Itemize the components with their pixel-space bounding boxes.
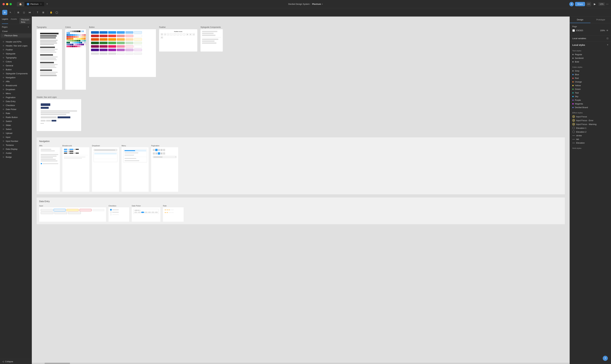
effect-item-stroke[interactable]: stroke [572,134,609,137]
layer-switch[interactable]: ⊞ Switch [0,119,32,123]
canvas-frame-styleguide-components[interactable]: Styleguide Components [200,26,223,52]
canvas-frame-affix[interactable]: Affix [39,145,60,192]
style-item-regular[interactable]: Regular [572,53,609,56]
local-variables-icon[interactable]: ⊡ [607,37,609,39]
zoom-indicator[interactable]: 12% [598,2,605,6]
layer-input-number[interactable]: ⊞ Input Number [0,139,32,143]
collapse-button[interactable]: ◁ Collapse [0,359,32,364]
effect-item-input-focus-error[interactable]: ✳ Input Focus - Error [572,118,609,122]
canvas-frame-typography[interactable]: Typography [37,26,62,90]
style-item-orange[interactable]: Orange [572,80,609,84]
move-tool-button[interactable]: ⊞ [2,10,7,15]
assets-tab[interactable]: Assets [11,18,17,24]
style-item-decibel-brand[interactable]: Decibel Brand [572,105,609,109]
style-item-blue[interactable]: Blue [572,73,609,76]
minimize-window-button[interactable] [6,3,8,5]
layer-textarea[interactable]: ⊞ Textarea [0,143,32,147]
layer-data-entry[interactable]: ⊞ Data Entry [0,99,32,103]
layer-date-picker[interactable]: ⊞ Date Picker [0,107,32,111]
comment-tool-button[interactable]: ◯ [54,10,59,15]
code-view-button[interactable]: </> [586,2,591,7]
maximize-window-button[interactable] [10,3,12,5]
layer-typography[interactable]: ⊞ Typography [0,56,32,60]
add-page-button[interactable]: + [27,26,30,28]
text-tool-button[interactable]: T [35,10,40,15]
effect-item-input-focus-warning[interactable]: ✳ Input Focus - Warning [572,122,609,126]
canvas-frame-dropdown[interactable]: Dropdown ▾ [92,145,119,192]
shape-tool-button[interactable]: ◻ [22,10,27,15]
layer-button[interactable]: ⊞ Button [0,68,32,72]
share-button[interactable]: Share [575,2,585,6]
avatar[interactable]: A [569,2,574,6]
layer-input[interactable]: ⊞ Input [0,135,32,139]
layer-styleguide-components[interactable]: ⊞ Styleguide Components [0,72,32,76]
layer-slider[interactable]: ⊞ Slider [0,123,32,127]
layer-navigation[interactable]: ⊞ Navigation [0,76,32,79]
component-tool-button[interactable]: ⋈ [27,10,32,15]
canvas-frame-checkbox[interactable]: Checkbox ✓ [108,205,129,222]
layer-header-nav-logos[interactable]: ⊞ Header, Nav and Logos [0,44,32,48]
effect-item-input-focus[interactable]: ✳ Input Focus [572,115,609,118]
hand-tool-button[interactable]: ✋ [49,10,54,15]
layer-colors[interactable]: ⊞ Colors [0,60,32,64]
style-item-grey[interactable]: Grey [572,69,609,73]
help-button[interactable]: ? [603,356,608,361]
layer-rate[interactable]: ⊞ Rate [0,111,32,115]
tab-close-button[interactable]: ✕ [40,3,42,5]
canvas-frame-colors[interactable]: Colors [65,26,86,90]
style-item-red[interactable]: Red [572,76,609,80]
style-item-teal[interactable]: Teal [572,91,609,95]
canvas-frame-pagination[interactable]: Pagination ‹ 1 2 3 › ‹ 1 2 [151,145,178,192]
effect-item-elevation[interactable]: Elevation [572,141,609,145]
canvas-frame-date-picker[interactable]: Date Picker ◁ 2021-01 ▷ [132,205,160,222]
layers-tab[interactable]: Layers [2,18,8,24]
canvas-frame-breadcrumb[interactable]: Breadcrumb [62,145,89,192]
style-item-purple[interactable]: Purple [572,98,609,102]
canvas-frame-feather[interactable]: Feather Feather Icons ☰ ✕ + − ↑ ↓ ← → ★ [159,26,197,52]
canvas-frame-header-nav[interactable]: Header, Nav and Logos [37,96,565,131]
layer-pagination[interactable]: ⊞ Pagination [0,95,32,99]
layer-general[interactable]: ⊞ General [0,64,32,68]
layer-styleguide[interactable]: ⊞ Styleguide [0,52,32,56]
layer-affix[interactable]: ⊞ Affix [0,79,32,83]
style-item-magenta[interactable]: Magenta [572,102,609,105]
canvas-frame-input[interactable]: Input [39,205,106,222]
layer-feather[interactable]: ⊞ Feather [0,48,32,52]
frame-tool-button[interactable]: ⊞ [16,10,21,15]
chevron-down-icon[interactable]: ▾ [322,3,323,5]
layer-avatar[interactable]: ⊞ Avatar [0,151,32,155]
more-options-button[interactable]: ··· [606,2,609,6]
page-visibility-toggle[interactable]: 👁 [606,29,609,32]
select-tool-button[interactable]: ↖ [8,10,13,15]
page-item-plectrum-beta[interactable]: ✓ Plectrum Beta [1,33,31,38]
canvas-scrollbar[interactable] [32,363,570,364]
layer-upload[interactable]: ⊞ Upload [0,131,32,135]
canvas-frame-button[interactable]: Button [89,26,156,77]
browser-home-tab[interactable]: 🏠 [17,2,24,6]
effect-item-elevation-2[interactable]: Elevation 2 [572,130,609,134]
canvas-frame-menu[interactable]: Menu [121,145,149,192]
effect-item-elevation-1[interactable]: Elevation 1 [572,126,609,130]
plectrum-beta-tab[interactable]: Plectrum Beta [19,18,31,24]
style-item-semibold[interactable]: Semibold [572,56,609,60]
layer-select[interactable]: ⊞ Select [0,127,32,131]
canvas-frame-rate[interactable]: Rate ★ ★ ★ ★ ★ ★ ★ ★ ★ [163,205,184,222]
layer-radio-button[interactable]: ⊞ Radio Button [0,115,32,119]
plectrum-tab[interactable]: Plectrum ✕ [25,2,44,6]
layer-badge[interactable]: ⊞ Badge [0,155,32,159]
resource-tool-button[interactable]: ⊞ [41,10,46,15]
design-tab[interactable]: Design [570,16,590,23]
style-item-bold[interactable]: Bold [572,60,609,64]
add-style-button[interactable]: + [607,43,609,47]
style-item-green[interactable]: Green [572,87,609,91]
layer-breadcrumb[interactable]: ⊞ Breadcrumb [0,83,32,88]
style-item-yellow[interactable]: Yellow [572,84,609,87]
page-item-cover[interactable]: Cover [1,29,31,33]
layer-checkbox[interactable]: ⊞ Checkbox [0,103,32,107]
prototype-tab[interactable]: Prototype [590,16,611,23]
effect-item-tab[interactable]: tab [572,137,609,141]
layer-dropdown[interactable]: ⊞ Dropdown [0,88,32,91]
layer-menu[interactable]: ⊞ Menu [0,91,32,95]
layer-data-display[interactable]: ⊞ Data Display [0,147,32,151]
layer-header-kpis[interactable]: ⊞ Header and KPIs [0,40,32,44]
